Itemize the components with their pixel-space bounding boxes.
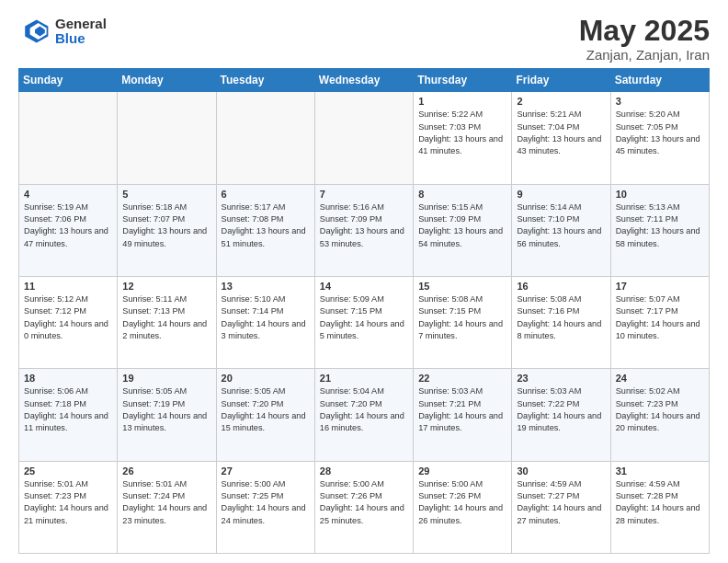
- table-row: 22Sunrise: 5:03 AMSunset: 7:21 PMDayligh…: [414, 369, 512, 461]
- day-number: 13: [222, 281, 310, 292]
- day-info: Sunrise: 5:06 AMSunset: 7:18 PMDaylight:…: [24, 385, 112, 434]
- calendar-week-row: 18Sunrise: 5:06 AMSunset: 7:18 PMDayligh…: [19, 369, 710, 461]
- calendar-title: May 2025: [579, 15, 710, 47]
- day-number: 15: [418, 281, 506, 292]
- table-row: 24Sunrise: 5:02 AMSunset: 7:23 PMDayligh…: [610, 369, 709, 461]
- table-row: 5Sunrise: 5:18 AMSunset: 7:07 PMDaylight…: [118, 184, 216, 276]
- day-info: Sunrise: 5:12 AMSunset: 7:12 PMDaylight:…: [24, 293, 112, 342]
- day-number: 18: [24, 373, 112, 384]
- day-info: Sunrise: 4:59 AMSunset: 7:27 PMDaylight:…: [517, 478, 605, 527]
- table-row: 30Sunrise: 4:59 AMSunset: 7:27 PMDayligh…: [512, 461, 610, 553]
- table-row: [216, 92, 314, 184]
- table-row: 29Sunrise: 5:00 AMSunset: 7:26 PMDayligh…: [414, 461, 512, 553]
- calendar-location: Zanjan, Zanjan, Iran: [579, 47, 710, 63]
- table-row: [314, 92, 413, 184]
- day-number: 29: [418, 465, 506, 477]
- col-tuesday: Tuesday: [216, 69, 314, 92]
- day-info: Sunrise: 5:07 AMSunset: 7:17 PMDaylight:…: [616, 293, 704, 342]
- day-info: Sunrise: 5:17 AMSunset: 7:08 PMDaylight:…: [222, 201, 310, 250]
- calendar-header-row: Sunday Monday Tuesday Wednesday Thursday…: [19, 69, 710, 92]
- day-number: 22: [418, 373, 506, 384]
- logo-icon: [18, 15, 51, 48]
- day-info: Sunrise: 5:03 AMSunset: 7:21 PMDaylight:…: [418, 385, 506, 434]
- col-friday: Friday: [512, 69, 610, 92]
- table-row: 14Sunrise: 5:09 AMSunset: 7:15 PMDayligh…: [314, 276, 413, 368]
- logo: General Blue: [18, 15, 107, 48]
- calendar-table: Sunday Monday Tuesday Wednesday Thursday…: [18, 68, 710, 554]
- day-info: Sunrise: 5:14 AMSunset: 7:10 PMDaylight:…: [517, 201, 605, 250]
- col-saturday: Saturday: [610, 69, 709, 92]
- day-number: 3: [616, 96, 704, 107]
- table-row: [19, 92, 118, 184]
- day-info: Sunrise: 5:21 AMSunset: 7:04 PMDaylight:…: [517, 109, 605, 157]
- day-number: 4: [24, 189, 112, 200]
- day-info: Sunrise: 5:01 AMSunset: 7:24 PMDaylight:…: [122, 478, 210, 527]
- table-row: 21Sunrise: 5:04 AMSunset: 7:20 PMDayligh…: [314, 369, 413, 461]
- col-thursday: Thursday: [414, 69, 512, 92]
- day-number: 20: [222, 373, 310, 384]
- day-number: 23: [517, 373, 605, 384]
- col-monday: Monday: [118, 69, 216, 92]
- day-number: 25: [24, 465, 112, 477]
- table-row: 1Sunrise: 5:22 AMSunset: 7:03 PMDaylight…: [414, 92, 512, 184]
- day-number: 19: [122, 373, 210, 384]
- table-row: 7Sunrise: 5:16 AMSunset: 7:09 PMDaylight…: [314, 184, 413, 276]
- table-row: 3Sunrise: 5:20 AMSunset: 7:05 PMDaylight…: [610, 92, 709, 184]
- table-row: 20Sunrise: 5:05 AMSunset: 7:20 PMDayligh…: [216, 369, 314, 461]
- title-block: May 2025 Zanjan, Zanjan, Iran: [579, 15, 710, 63]
- day-number: 8: [418, 189, 506, 200]
- day-info: Sunrise: 5:05 AMSunset: 7:19 PMDaylight:…: [122, 385, 210, 434]
- table-row: 18Sunrise: 5:06 AMSunset: 7:18 PMDayligh…: [19, 369, 118, 461]
- day-number: 21: [320, 373, 408, 384]
- day-info: Sunrise: 5:04 AMSunset: 7:20 PMDaylight:…: [320, 385, 408, 434]
- day-number: 7: [320, 189, 408, 200]
- page: General Blue May 2025 Zanjan, Zanjan, Ir…: [0, 0, 728, 563]
- table-row: 17Sunrise: 5:07 AMSunset: 7:17 PMDayligh…: [610, 276, 709, 368]
- day-number: 31: [616, 465, 704, 477]
- table-row: 11Sunrise: 5:12 AMSunset: 7:12 PMDayligh…: [19, 276, 118, 368]
- table-row: 27Sunrise: 5:00 AMSunset: 7:25 PMDayligh…: [216, 461, 314, 553]
- table-row: 26Sunrise: 5:01 AMSunset: 7:24 PMDayligh…: [118, 461, 216, 553]
- day-number: 2: [517, 96, 605, 107]
- day-number: 9: [517, 189, 605, 200]
- table-row: 28Sunrise: 5:00 AMSunset: 7:26 PMDayligh…: [314, 461, 413, 553]
- day-number: 28: [320, 465, 408, 477]
- table-row: 31Sunrise: 4:59 AMSunset: 7:28 PMDayligh…: [610, 461, 709, 553]
- day-info: Sunrise: 5:10 AMSunset: 7:14 PMDaylight:…: [222, 293, 310, 342]
- day-info: Sunrise: 5:00 AMSunset: 7:26 PMDaylight:…: [418, 478, 506, 527]
- header: General Blue May 2025 Zanjan, Zanjan, Ir…: [18, 15, 710, 63]
- day-number: 5: [122, 189, 210, 200]
- day-info: Sunrise: 5:16 AMSunset: 7:09 PMDaylight:…: [320, 201, 408, 250]
- day-number: 12: [122, 281, 210, 292]
- table-row: [118, 92, 216, 184]
- day-number: 17: [616, 281, 704, 292]
- table-row: 9Sunrise: 5:14 AMSunset: 7:10 PMDaylight…: [512, 184, 610, 276]
- day-info: Sunrise: 5:00 AMSunset: 7:26 PMDaylight:…: [320, 478, 408, 527]
- day-info: Sunrise: 4:59 AMSunset: 7:28 PMDaylight:…: [616, 478, 704, 527]
- day-info: Sunrise: 5:00 AMSunset: 7:25 PMDaylight:…: [222, 478, 310, 527]
- logo-general-text: General: [55, 17, 107, 32]
- col-sunday: Sunday: [19, 69, 118, 92]
- table-row: 12Sunrise: 5:11 AMSunset: 7:13 PMDayligh…: [118, 276, 216, 368]
- day-number: 30: [517, 465, 605, 477]
- day-info: Sunrise: 5:08 AMSunset: 7:16 PMDaylight:…: [517, 293, 605, 342]
- calendar-week-row: 1Sunrise: 5:22 AMSunset: 7:03 PMDaylight…: [19, 92, 710, 184]
- calendar-week-row: 4Sunrise: 5:19 AMSunset: 7:06 PMDaylight…: [19, 184, 710, 276]
- table-row: 10Sunrise: 5:13 AMSunset: 7:11 PMDayligh…: [610, 184, 709, 276]
- table-row: 6Sunrise: 5:17 AMSunset: 7:08 PMDaylight…: [216, 184, 314, 276]
- day-info: Sunrise: 5:15 AMSunset: 7:09 PMDaylight:…: [418, 201, 506, 250]
- day-number: 14: [320, 281, 408, 292]
- table-row: 4Sunrise: 5:19 AMSunset: 7:06 PMDaylight…: [19, 184, 118, 276]
- day-info: Sunrise: 5:08 AMSunset: 7:15 PMDaylight:…: [418, 293, 506, 342]
- day-number: 26: [122, 465, 210, 477]
- logo-blue-text: Blue: [55, 31, 107, 47]
- day-info: Sunrise: 5:03 AMSunset: 7:22 PMDaylight:…: [517, 385, 605, 434]
- table-row: 13Sunrise: 5:10 AMSunset: 7:14 PMDayligh…: [216, 276, 314, 368]
- logo-text: General Blue: [55, 17, 107, 47]
- table-row: 16Sunrise: 5:08 AMSunset: 7:16 PMDayligh…: [512, 276, 610, 368]
- day-number: 6: [222, 189, 310, 200]
- table-row: 8Sunrise: 5:15 AMSunset: 7:09 PMDaylight…: [414, 184, 512, 276]
- day-info: Sunrise: 5:09 AMSunset: 7:15 PMDaylight:…: [320, 293, 408, 342]
- table-row: 15Sunrise: 5:08 AMSunset: 7:15 PMDayligh…: [414, 276, 512, 368]
- calendar-week-row: 11Sunrise: 5:12 AMSunset: 7:12 PMDayligh…: [19, 276, 710, 368]
